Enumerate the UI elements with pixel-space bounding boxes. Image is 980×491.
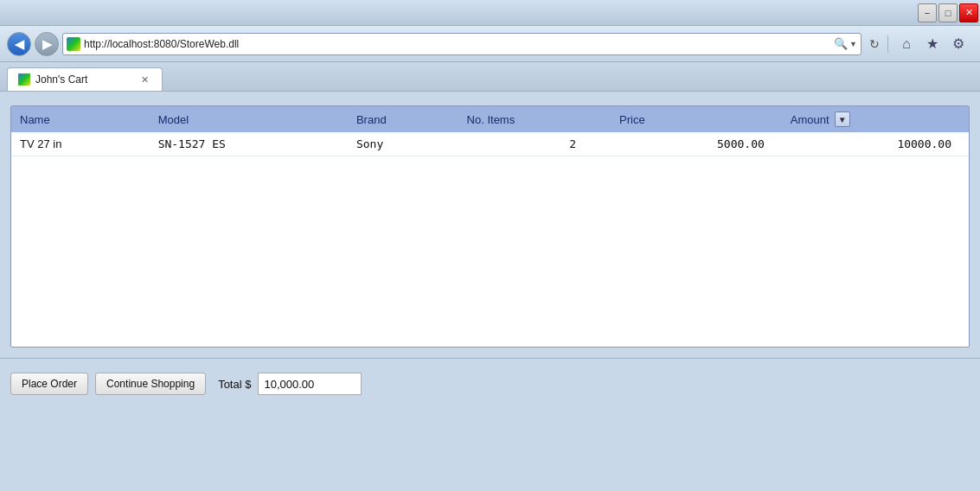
cell-numitems: 2 xyxy=(458,132,611,156)
col-header-model: Model xyxy=(150,106,348,132)
page-separator xyxy=(0,358,980,359)
forward-button[interactable]: ▶ xyxy=(35,32,59,56)
address-input[interactable] xyxy=(84,38,830,50)
titlebar: − □ ✕ xyxy=(0,0,980,26)
refresh-button[interactable]: ↻ xyxy=(865,35,884,54)
tab-johns-cart[interactable]: John's Cart ✕ xyxy=(7,67,163,91)
col-amount-label: Amount xyxy=(791,113,829,126)
place-order-button[interactable]: Place Order xyxy=(10,373,88,395)
bottom-controls: Place Order Continue Shopping Total $ xyxy=(10,369,970,399)
sort-button[interactable]: ▼ xyxy=(835,112,850,127)
browser-toolbar: ◀ ▶ 🔍 ▼ ↻ ⌂ ★ ⚙ xyxy=(0,26,980,62)
tab-close-button[interactable]: ✕ xyxy=(138,73,151,86)
total-label: Total $ xyxy=(218,378,251,391)
tab-favicon xyxy=(18,73,30,86)
toolbar-right-icons: ⌂ ★ ⚙ xyxy=(892,33,973,55)
table-row: TV 27 in SN-1527 ES Sony 2 5000.00 10000… xyxy=(11,132,969,156)
cell-model: SN-1527 ES xyxy=(150,132,348,156)
cart-table: Name Model Brand No. Items Price Amount … xyxy=(11,106,969,156)
cell-price: 5000.00 xyxy=(611,132,782,156)
continue-shopping-button[interactable]: Continue Shopping xyxy=(95,373,206,395)
home-button[interactable]: ⌂ xyxy=(895,33,918,55)
page-content: Name Model Brand No. Items Price Amount … xyxy=(0,92,980,491)
address-bar: 🔍 ▼ xyxy=(62,33,862,55)
cell-brand: Sony xyxy=(348,132,458,156)
total-value xyxy=(258,373,362,395)
close-button[interactable]: ✕ xyxy=(959,3,978,22)
col-header-price: Price xyxy=(611,106,782,132)
search-button[interactable]: 🔍 ▼ xyxy=(834,37,857,50)
page-favicon xyxy=(67,37,80,51)
col-header-numitems: No. Items xyxy=(458,106,611,132)
col-header-brand: Brand xyxy=(348,106,458,132)
favorites-button[interactable]: ★ xyxy=(921,33,944,55)
tab-title: John's Cart xyxy=(35,73,132,86)
back-button[interactable]: ◀ xyxy=(7,32,31,56)
col-header-amount: Amount ▼ xyxy=(782,106,969,132)
maximize-button[interactable]: □ xyxy=(938,3,958,22)
table-header-row: Name Model Brand No. Items Price Amount … xyxy=(11,106,969,132)
toolbar-separator xyxy=(887,35,888,53)
search-dropdown-icon: ▼ xyxy=(849,40,857,48)
search-icon: 🔍 xyxy=(834,37,848,50)
settings-button[interactable]: ⚙ xyxy=(947,33,970,55)
browser-window: − □ ✕ ◀ ▶ 🔍 ▼ ↻ ⌂ ★ ⚙ John's Cart ✕ xyxy=(0,0,980,491)
cart-table-wrapper: Name Model Brand No. Items Price Amount … xyxy=(10,105,970,348)
minimize-button[interactable]: − xyxy=(918,3,937,22)
col-header-name: Name xyxy=(11,106,150,132)
window-controls: − □ ✕ xyxy=(918,3,978,22)
cell-name: TV 27 in xyxy=(11,132,150,156)
cell-amount: 10000.00 xyxy=(782,132,969,156)
tab-bar: John's Cart ✕ xyxy=(0,62,980,92)
